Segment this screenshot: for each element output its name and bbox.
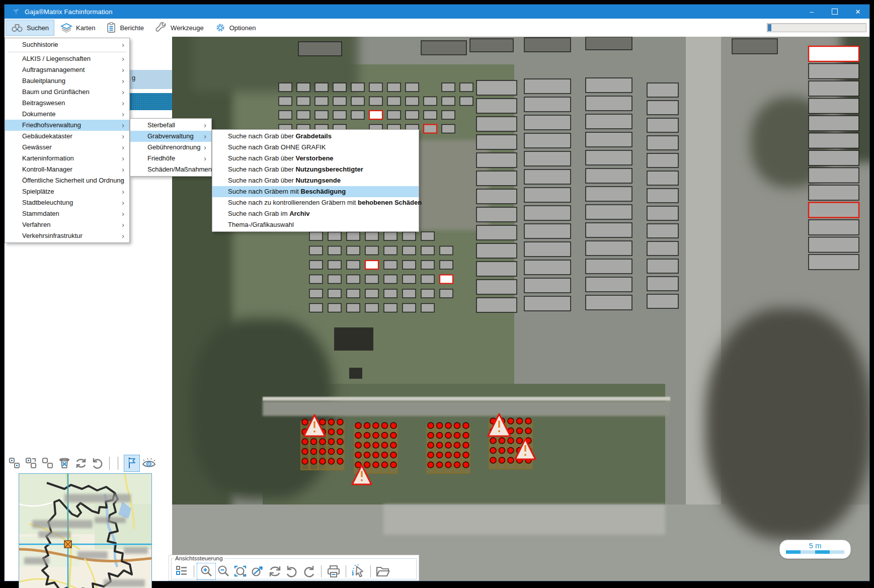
maximize-button[interactable] [823,5,846,19]
submenu-item-sterbefall[interactable]: Sterbefall› [130,120,211,131]
redo-view-icon[interactable] [300,564,317,579]
menu-item-beitragswesen[interactable]: Beitragswesen› [5,98,129,109]
main-toolbar: Suchen Karten Berichte Werkzeuge [5,19,869,37]
menu-item-dokumente[interactable]: Dokumente› [5,109,129,120]
print-icon[interactable] [325,564,342,579]
suchen-menu: Suchhistorie› ALKIS / Liegenschaften› Au… [5,38,130,243]
legend-list-icon[interactable] [173,564,190,579]
menu-item-alkis[interactable]: ALKIS / Liegenschaften› [5,53,129,64]
search-item-thema-grafikauswahl[interactable]: Thema-/Grafikauswahl [212,219,419,230]
menu-item-friedhofsverwaltung[interactable]: Friedhofsverwaltung› [5,120,129,131]
menu-item-baum-gruenflaechen[interactable]: Baum und Grünflächen› [5,87,129,98]
toolbar-separator [321,565,322,577]
toolbar-button-berichte[interactable]: Berichte [101,20,149,35]
menu-item-kontroll-manager[interactable]: Kontroll-Manager› [5,164,129,175]
toolbar-button-werkzeuge[interactable]: Werkzeuge [150,20,209,35]
search-item-verstorbene[interactable]: Suche nach Grab über Verstorbene [212,153,419,164]
undo-icon[interactable] [90,455,105,471]
window-title: Gaja®Matrix Fachinformation [25,8,113,16]
toolbar-separator [118,457,118,470]
toolbar-button-optionen[interactable]: Optionen [210,20,261,35]
search-item-grabdetails[interactable]: Suche nach Grab über Grabdetails [212,131,419,142]
menu-item-verfahren[interactable]: Verfahren› [5,219,129,230]
grabverwaltung-submenu: Suche nach Grab über Grabdetails Suche n… [212,129,419,232]
binoculars-icon [11,23,23,33]
menu-item-bauleitplanung[interactable]: Bauleitplanung› [5,75,129,87]
menu-item-gebaeudekataster[interactable]: Gebäudekataster› [5,131,129,142]
minimap-label-blurred [124,547,148,554]
submenu-item-grabverwaltung[interactable]: Grabverwaltung› [130,131,211,142]
toolbar-label-optionen: Optionen [229,24,256,32]
background-panel-fragment: g [130,70,172,89]
new-selection-icon[interactable] [40,455,55,471]
menu-item-oeffentliche-sicherheit[interactable]: Öffentliche Sicherheit und Ordnung› [5,175,129,186]
menu-item-verkehrsinfrastruktur[interactable]: Verkehrsinfrastruktur› [5,230,129,241]
undo-view-icon[interactable] [283,564,300,579]
search-item-archiv[interactable]: Suche nach Grab im Archiv [212,208,419,219]
menu-item-gewaesser[interactable]: Gewässer› [5,142,129,153]
submenu-item-schaeden-massnahmen[interactable]: Schäden/Maßnahmen› [130,164,211,175]
open-folder-icon[interactable] [374,564,391,579]
minimap-label-blurred [32,520,93,528]
toolbar-separator [346,565,346,577]
zoom-pan-icon[interactable] [249,564,266,579]
toolbar-button-suchen[interactable]: Suchen [6,20,54,36]
submenu-item-gebuehrenordnung[interactable]: Gebührenordnung› [130,142,211,153]
panel-fragment-text: g [132,74,135,81]
minimap-label-blurred [104,579,145,587]
scalebar-label: 5 m [780,541,850,550]
toolbar-label-karten: Karten [76,24,95,32]
overview-minimap[interactable] [19,473,152,588]
minimap-label-blurred [77,551,108,559]
info-pointer-icon[interactable]: i [350,564,367,579]
scalebar-segments [786,550,844,554]
toolbar-label-werkzeuge: Werkzeuge [171,24,204,32]
menu-item-suchhistorie[interactable]: Suchhistorie› [5,39,129,50]
minimize-button[interactable]: – [800,5,823,19]
add-selection-icon[interactable] [24,455,39,471]
report-icon [106,22,116,33]
submenu-item-friedhoefe[interactable]: Friedhöfe› [130,153,211,164]
zoom-out-icon[interactable] [215,564,232,579]
map-canvas[interactable]: 5 m [172,37,869,581]
menu-item-stadtbeleuchtung[interactable]: Stadtbeleuchtung› [5,197,129,208]
maximize-icon [832,9,838,15]
menu-item-stammdaten[interactable]: Stammdaten› [5,208,129,219]
progress-bar [767,23,866,32]
minimap-label-blurred [24,557,49,564]
clear-selection-icon[interactable] [57,455,72,471]
toolbar-separator [370,565,371,577]
graves-overlay [172,37,869,581]
toolbar-label-suchen: Suchen [27,24,49,32]
search-item-beschaedigung[interactable]: Suche nach Gräbern mit Beschädigung [212,186,419,197]
app-window: Gaja®Matrix Fachinformation – ✕ Suchen K… [5,5,869,581]
zoom-in-icon[interactable] [198,564,215,579]
menu-item-auftragsmanagement[interactable]: Auftragsmanagement› [5,64,129,75]
gear-icon [215,22,226,33]
map-scalebar: 5 m [779,540,851,559]
minimap-toolbar [6,452,172,474]
menu-item-spielplaetze[interactable]: Spielplätze› [5,186,129,197]
search-item-nutzungsberechtigter[interactable]: Suche nach Grab über Nutzungsberechtigte… [212,164,419,175]
eye-visibility-icon[interactable] [141,455,156,471]
progress-fill [768,24,771,31]
view-controls-panel: Ansichtssteuerung [169,555,419,581]
search-item-ohne-grafik[interactable]: Suche nach Grab OHNE GRAFIK [212,142,419,153]
toolbar-label-berichte: Berichte [120,24,144,32]
search-item-nutzungsende[interactable]: Suche nach Grab über Nutzungsende [212,175,419,186]
minimap-label-blurred [95,517,126,523]
menu-item-karteninformation[interactable]: Karteninformation› [5,153,129,164]
search-item-behobene-schaeden[interactable]: Suche nach zu kontrollierenden Gräbern m… [212,197,419,208]
close-button[interactable]: ✕ [846,5,869,19]
refresh-selection-icon[interactable] [73,455,89,471]
toolbar-button-karten[interactable]: Karten [55,20,100,35]
zoom-window-icon[interactable] [232,564,249,579]
flag-overview-icon[interactable] [124,455,140,472]
background-panel-selected-row [130,93,172,110]
select-objects-icon[interactable] [7,455,22,471]
refresh-view-icon[interactable] [266,564,283,579]
app-icon [13,8,20,15]
wrench-icon [155,22,167,33]
friedhofsverwaltung-submenu: Sterbefall› Grabverwaltung› Gebührenordn… [130,118,212,177]
minimap-label-blurred [38,531,70,538]
